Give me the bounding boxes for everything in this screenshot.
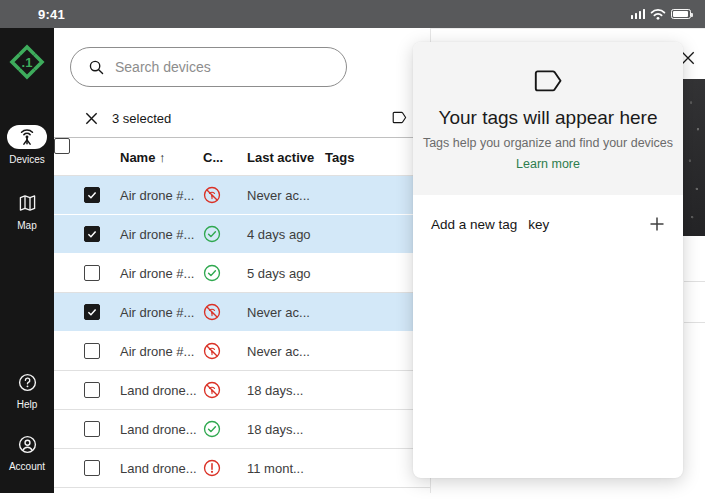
app-logo[interactable]: .1 <box>0 42 54 82</box>
divider <box>684 281 705 282</box>
connected-icon <box>203 225 221 243</box>
sidebar-item-label: Devices <box>9 154 45 165</box>
connected-icon <box>203 264 221 282</box>
last-active-value: 5 days ago <box>247 266 311 281</box>
row-checkbox[interactable] <box>84 187 100 203</box>
device-name: Land drone... <box>120 461 197 476</box>
account-pill <box>7 432 47 456</box>
connectivity-status-icon <box>203 459 221 477</box>
add-tag-key-field[interactable]: key <box>528 217 549 232</box>
tag-icon <box>532 68 564 95</box>
status-bar: 9:41 <box>0 0 705 28</box>
header-last-active[interactable]: Last active <box>247 149 314 164</box>
bulk-tag-button[interactable] <box>392 110 406 124</box>
search-icon <box>87 58 105 76</box>
row-checkbox[interactable] <box>84 421 100 437</box>
connectivity-status-icon <box>203 342 221 360</box>
wifi-icon <box>650 8 666 20</box>
selected-count: 3 selected <box>112 111 171 126</box>
account-icon <box>17 434 38 455</box>
sidebar: .1 Devices <box>0 28 54 493</box>
no-connection-icon <box>203 381 221 399</box>
sidebar-item-label: Map <box>17 220 36 231</box>
header-name[interactable]: Name ↑ <box>120 149 166 164</box>
svg-text:.1: .1 <box>22 55 33 70</box>
device-name: Land drone... <box>120 422 197 437</box>
connectivity-status-icon <box>203 264 221 282</box>
tags-panel-title: Your tags will appear here <box>439 107 658 129</box>
close-icon <box>84 111 99 126</box>
clock: 9:41 <box>38 7 65 22</box>
last-active-value: 18 days... <box>247 383 303 398</box>
device-name: Air drone #... <box>120 188 194 203</box>
connectivity-status-icon <box>203 381 221 399</box>
help-pill <box>7 370 47 394</box>
connectivity-status-icon <box>203 303 221 321</box>
battery-icon <box>671 9 691 19</box>
device-name: Air drone #... <box>120 227 194 242</box>
tags-empty-state: Your tags will appear here Tags help you… <box>413 42 683 195</box>
sidebar-item-label: Account <box>9 461 45 472</box>
status-icons <box>631 8 692 20</box>
help-icon <box>17 372 38 393</box>
antenna-icon <box>16 127 38 147</box>
learn-more-link[interactable]: Learn more <box>516 157 580 171</box>
search-box[interactable] <box>70 47 347 87</box>
last-active-value: Never ac... <box>247 305 310 320</box>
tags-popover: Your tags will appear here Tags help you… <box>413 42 683 478</box>
clear-selection-button[interactable] <box>84 111 100 127</box>
device-name: Air drone #... <box>120 305 194 320</box>
sidebar-item-account[interactable]: Account <box>0 432 54 472</box>
active-pill <box>7 125 47 149</box>
device-name: Air drone #... <box>120 266 194 281</box>
connectivity-status-icon <box>203 225 221 243</box>
app-screen: 9:41 .1 <box>0 0 705 500</box>
row-checkbox[interactable] <box>84 304 100 320</box>
header-connectivity[interactable]: C... <box>203 149 223 164</box>
row-checkbox[interactable] <box>84 343 100 359</box>
last-active-value: Never ac... <box>247 188 310 203</box>
connectivity-status-icon <box>203 420 221 438</box>
device-name: Air drone #... <box>120 344 194 359</box>
no-connection-icon <box>203 342 221 360</box>
sidebar-item-devices[interactable]: Devices <box>0 125 54 165</box>
header-tags[interactable]: Tags <box>325 149 354 164</box>
cellular-signal-icon <box>631 9 646 19</box>
add-tag-row[interactable]: Add a new tag key <box>413 203 683 245</box>
no-connection-icon <box>203 186 221 204</box>
row-checkbox[interactable] <box>84 265 100 281</box>
no-connection-icon <box>203 303 221 321</box>
alert-icon <box>203 459 221 477</box>
last-active-value: 18 days... <box>247 422 303 437</box>
last-active-value: 4 days ago <box>247 227 311 242</box>
map-thumbnail[interactable] <box>683 79 705 236</box>
last-active-value: 11 mont... <box>247 461 304 476</box>
last-active-value: Never ac... <box>247 344 310 359</box>
map-pill <box>7 191 47 215</box>
tags-panel-subtitle: Tags help you organize and find your dev… <box>423 136 673 150</box>
sidebar-item-map[interactable]: Map <box>0 191 54 231</box>
select-all-checkbox[interactable] <box>54 138 70 154</box>
connectivity-status-icon <box>203 186 221 204</box>
sort-arrow-icon: ↑ <box>159 149 166 164</box>
tag-icon <box>392 111 407 124</box>
divider <box>684 322 705 323</box>
add-tag-button[interactable] <box>649 216 665 232</box>
sidebar-item-label: Help <box>17 399 38 410</box>
device-name: Land drone... <box>120 383 197 398</box>
connected-icon <box>203 420 221 438</box>
row-checkbox[interactable] <box>84 382 100 398</box>
brand-logo-icon: .1 <box>7 42 47 82</box>
map-icon <box>17 193 38 213</box>
add-tag-label: Add a new tag <box>431 217 517 232</box>
search-input[interactable] <box>115 59 332 75</box>
row-checkbox[interactable] <box>84 460 100 476</box>
row-checkbox[interactable] <box>84 226 100 242</box>
plus-icon <box>649 216 665 232</box>
sidebar-item-help[interactable]: Help <box>0 370 54 410</box>
